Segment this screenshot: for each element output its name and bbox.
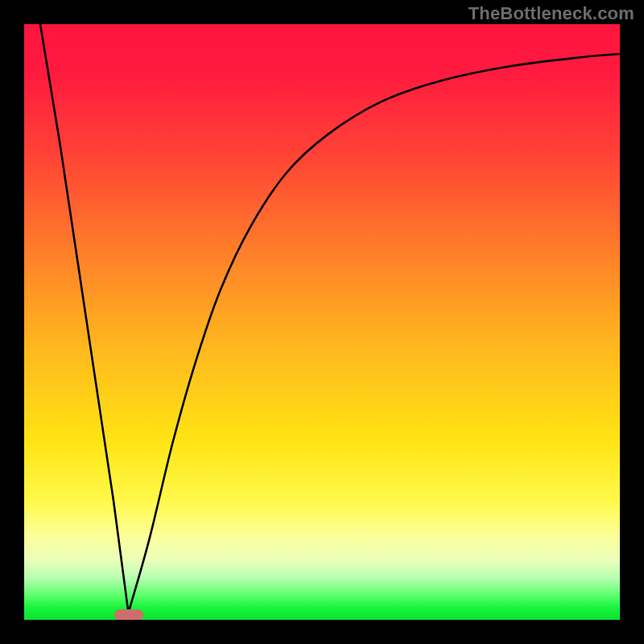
chart-frame: TheBottleneck.com (0, 0, 644, 644)
minimum-marker (114, 609, 143, 620)
watermark-text: TheBottleneck.com (469, 3, 634, 24)
bottleneck-curve (40, 24, 620, 613)
plot-area (24, 24, 620, 620)
curve-layer (24, 24, 620, 620)
